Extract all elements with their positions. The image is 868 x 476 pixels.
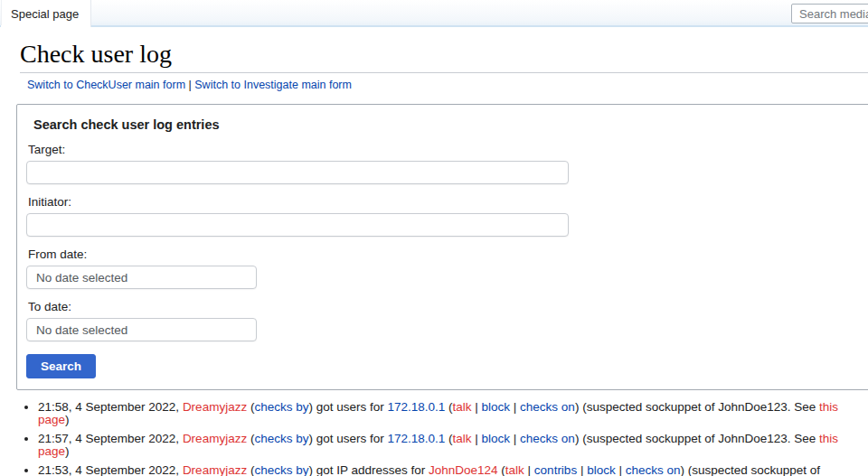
initiator-label: Initiator: <box>28 196 856 209</box>
checkuser-log-list: 21:58, 4 September 2022, Dreamyjazz (che… <box>16 401 868 476</box>
link-separator: | <box>185 79 194 91</box>
log-entry: 21:57, 4 September 2022, Dreamyjazz (che… <box>38 433 868 458</box>
tab-bar: Special page <box>0 0 868 27</box>
user-link[interactable]: Dreamyjazz <box>183 400 247 414</box>
block-link[interactable]: block <box>482 400 511 414</box>
talk-link[interactable]: talk <box>453 432 472 445</box>
block-link[interactable]: block <box>482 432 511 445</box>
user-link[interactable]: Dreamyjazz <box>183 432 247 445</box>
log-entry-text: ) (suspected sockuppet of JohnDoe123. Se… <box>575 432 819 445</box>
log-entry-text: ( <box>445 432 452 445</box>
block-link[interactable]: block <box>587 463 616 476</box>
search-button[interactable]: Search <box>26 354 96 378</box>
page-title: Check user log <box>20 40 868 73</box>
log-entry-text: ) got IP addresses for <box>308 463 429 476</box>
checks-by-link[interactable]: checks by <box>254 432 308 445</box>
log-entry-text: | <box>616 463 626 476</box>
search-input[interactable] <box>791 4 868 23</box>
log-entry-text: | <box>510 400 520 414</box>
subtitle-links: Switch to CheckUser main form | Switch t… <box>27 79 868 92</box>
checks-on-link[interactable]: checks on <box>520 400 575 414</box>
checks-on-link[interactable]: checks on <box>626 463 681 476</box>
target-link[interactable]: JohnDoe124 <box>429 463 498 476</box>
log-entry-text: ) got users for <box>308 400 387 414</box>
tab-special-page[interactable]: Special page <box>1 0 91 27</box>
log-entry-text: 21:57, 4 September 2022, <box>38 432 183 445</box>
log-entry-text: ) (suspected sockuppet of JohnDoe123. Se… <box>575 400 819 414</box>
log-entry-text: ) <box>65 413 70 426</box>
log-entry-text: 21:58, 4 September 2022, <box>38 400 183 414</box>
tab-special-page-label: Special page <box>11 7 79 21</box>
log-entry-text: ) got users for <box>308 432 387 445</box>
to-date-input[interactable] <box>26 318 257 341</box>
log-entry: 21:53, 4 September 2022, Dreamyjazz (che… <box>38 464 868 476</box>
contribs-link[interactable]: contribs <box>534 463 577 476</box>
talk-link[interactable]: talk <box>453 400 472 414</box>
log-entry-text: | <box>524 463 534 476</box>
search-log-form: Search check user log entries Target: In… <box>16 104 868 390</box>
from-date-input[interactable] <box>26 266 257 289</box>
to-date-label: To date: <box>28 301 856 313</box>
checks-by-link[interactable]: checks by <box>254 400 308 414</box>
target-label: Target: <box>28 144 856 156</box>
log-entry-text: | <box>577 463 587 476</box>
content-area: Check user log Switch to CheckUser main … <box>0 40 868 476</box>
target-link[interactable]: 172.18.0.1 <box>387 432 445 445</box>
switch-investigate-form-link[interactable]: Switch to Investigate main form <box>194 79 352 91</box>
checks-by-link[interactable]: checks by <box>254 463 308 476</box>
talk-link[interactable]: talk <box>505 463 524 476</box>
log-entry-text: ) <box>65 444 70 458</box>
log-entry-text: | <box>472 432 482 445</box>
switch-checkuser-form-link[interactable]: Switch to CheckUser main form <box>27 79 185 91</box>
log-entry-text: ( <box>498 463 505 476</box>
form-heading: Search check user log entries <box>33 117 856 132</box>
initiator-input[interactable] <box>26 213 569 237</box>
checkuser-log-page: { "tab_bar": { "active_tab": "Special pa… <box>0 0 868 476</box>
log-entry-text: 21:53, 4 September 2022, <box>38 463 183 476</box>
log-entry-text: | <box>510 432 520 445</box>
log-entry: 21:58, 4 September 2022, Dreamyjazz (che… <box>38 401 868 426</box>
target-input[interactable] <box>26 161 569 184</box>
target-link[interactable]: 172.18.0.1 <box>387 400 445 414</box>
checks-on-link[interactable]: checks on <box>520 432 575 445</box>
log-entry-text: | <box>472 400 482 414</box>
log-entry-text: ( <box>445 400 452 414</box>
user-link[interactable]: Dreamyjazz <box>183 463 247 476</box>
from-date-label: From date: <box>28 248 856 261</box>
